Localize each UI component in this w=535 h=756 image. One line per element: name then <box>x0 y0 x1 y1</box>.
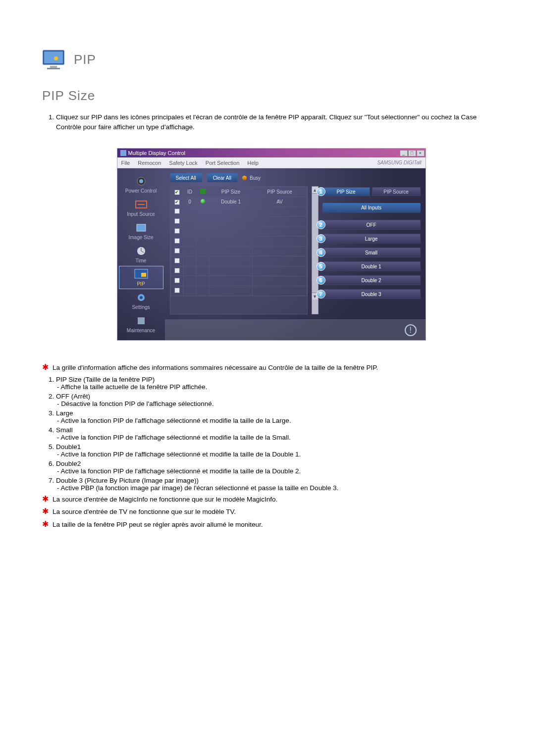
intro-item: Cliquez sur PIP dans les icônes principa… <box>56 112 500 132</box>
star-icon: ✱ <box>42 507 49 516</box>
svg-rect-15 <box>138 317 145 324</box>
page-section-title: PIP <box>74 52 96 67</box>
list-item: Small Active la fonction PIP de l'affich… <box>56 426 500 441</box>
pip-double3-button[interactable]: Double 3 <box>322 289 421 299</box>
menu-file[interactable]: File <box>121 160 130 166</box>
clear-all-button[interactable]: Clear All <box>207 173 237 182</box>
list-item: OFF (Arrêt) Désactive la fonction PIP de… <box>56 393 500 407</box>
svg-point-14 <box>140 296 143 299</box>
list-item: Double2 Active la fonction PIP de l'affi… <box>56 460 500 475</box>
table-row[interactable] <box>170 266 307 276</box>
list-item: Double1 Active la fonction PIP de l'affi… <box>56 443 500 458</box>
table-row[interactable] <box>170 227 307 237</box>
info-icon: ! <box>405 324 417 336</box>
menu-port-selection[interactable]: Port Selection <box>206 160 239 166</box>
info-grid: ID PIP Size PIP Source 0 Double 1 AV <box>170 186 308 314</box>
busy-indicator: Busy <box>242 175 261 181</box>
tab-pip-source[interactable]: PIP Source <box>372 187 421 196</box>
pip-small-button[interactable]: Small <box>322 248 421 257</box>
note-text: La grille d'information affiche des info… <box>53 363 378 373</box>
callout-1: 1 <box>317 187 325 196</box>
app-window: Multiple Display Control _ □ × File Remo… <box>117 149 426 340</box>
table-row[interactable] <box>170 276 307 286</box>
col-status-icon <box>196 187 209 197</box>
note-text: La taille de la fenêtre PIP peut se régl… <box>53 520 263 530</box>
row-checkbox[interactable] <box>174 278 180 283</box>
row-checkbox[interactable] <box>174 248 180 253</box>
pip-double2-button[interactable]: Double 2 <box>322 275 421 285</box>
svg-rect-4 <box>47 68 60 69</box>
sidebar-item-time[interactable]: Time <box>119 243 163 265</box>
window-title: Multiple Display Control <box>128 150 186 156</box>
row-checkbox[interactable] <box>174 258 180 263</box>
row-checkbox[interactable] <box>174 238 180 244</box>
note-text: La source d'entrée de TV ne fonctionne q… <box>53 507 236 517</box>
menubar: File Remocon Safety Lock Port Selection … <box>117 157 426 168</box>
maximize-button[interactable]: □ <box>408 150 416 156</box>
list-item: Large Active la fonction PIP de l'affich… <box>56 409 500 424</box>
sidebar-item-power-control[interactable]: Power Control <box>119 173 163 196</box>
status-dot-icon <box>201 199 205 203</box>
svg-rect-9 <box>137 224 146 231</box>
row-checkbox[interactable] <box>174 218 180 224</box>
svg-point-7 <box>139 179 143 183</box>
row-checkbox[interactable] <box>174 288 180 293</box>
grid-header-row: ID PIP Size PIP Source <box>170 187 307 197</box>
menu-remocon[interactable]: Remocon <box>138 160 161 166</box>
sidebar-item-image-size[interactable]: Image Size <box>119 220 163 242</box>
app-icon <box>120 150 126 156</box>
pip-large-button[interactable]: Large <box>322 234 421 244</box>
table-row[interactable] <box>170 237 307 247</box>
row-checkbox[interactable] <box>174 228 180 234</box>
callout-7: 7 <box>317 290 325 299</box>
svg-rect-16 <box>200 189 206 194</box>
all-inputs-label: All Inputs <box>322 203 421 213</box>
sidebar: Power Control Input Source Image Size Ti… <box>117 168 165 340</box>
page-subsection-title: PIP Size <box>42 88 500 103</box>
tab-pip-size[interactable]: PIP Size <box>322 187 370 196</box>
col-id: ID <box>183 187 196 197</box>
sidebar-item-pip[interactable]: PIP <box>119 266 163 289</box>
table-row[interactable] <box>170 256 307 266</box>
minimize-button[interactable]: _ <box>400 150 408 156</box>
callout-6: 6 <box>317 276 325 285</box>
table-row[interactable]: 0 Double 1 AV <box>170 197 307 207</box>
monitor-icon <box>42 50 65 69</box>
star-icon: ✱ <box>42 363 49 372</box>
table-row[interactable] <box>170 247 307 256</box>
callout-3: 3 <box>317 234 325 243</box>
row-checkbox[interactable] <box>174 208 180 214</box>
close-button[interactable]: × <box>417 150 425 156</box>
star-icon: ✱ <box>42 520 49 529</box>
table-row[interactable] <box>170 286 307 296</box>
col-pip-source: PIP Source <box>253 187 307 197</box>
footer-bar: ! <box>165 319 426 340</box>
row-checkbox[interactable] <box>174 200 180 205</box>
note-text: La source d'entrée de MagicInfo ne fonct… <box>53 495 277 504</box>
list-item: Double 3 (Picture By Picture (Image par … <box>56 477 500 492</box>
pip-double1-button[interactable]: Double 1 <box>322 261 421 271</box>
header-checkbox[interactable] <box>174 190 180 195</box>
sidebar-item-maintenance[interactable]: Maintenance <box>119 313 163 335</box>
col-pip-size: PIP Size <box>209 187 253 197</box>
list-item: PIP Size (Taille de la fenêtre PIP) Affi… <box>56 376 500 391</box>
row-checkbox[interactable] <box>174 268 180 273</box>
star-icon: ✱ <box>42 495 49 504</box>
pip-off-button[interactable]: OFF <box>322 220 421 230</box>
table-row[interactable] <box>170 207 307 217</box>
svg-point-2 <box>54 56 58 60</box>
select-all-button[interactable]: Select All <box>170 173 202 182</box>
sidebar-item-settings[interactable]: Settings <box>119 290 163 312</box>
callout-4: 4 <box>317 248 325 257</box>
svg-rect-5 <box>120 150 126 156</box>
cell-id: 0 <box>183 197 196 207</box>
menu-safety-lock[interactable]: Safety Lock <box>169 160 197 166</box>
callout-2: 2 <box>317 220 325 229</box>
table-row[interactable] <box>170 217 307 227</box>
intro-list: Cliquez sur PIP dans les icônes principa… <box>42 112 500 132</box>
cell-pip-size: Double 1 <box>209 197 253 207</box>
sidebar-item-input-source[interactable]: Input Source <box>119 197 163 219</box>
callout-5: 5 <box>317 262 325 271</box>
cell-pip-source: AV <box>253 197 307 207</box>
menu-help[interactable]: Help <box>247 160 259 166</box>
